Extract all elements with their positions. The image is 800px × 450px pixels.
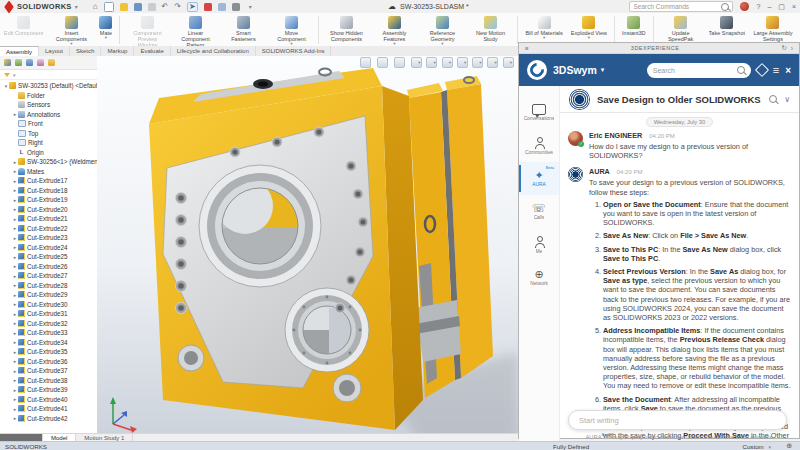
tree-item[interactable]: ▸Cut-Extrude17: [0, 176, 97, 186]
tree-item[interactable]: ▸Cut-Extrude24: [0, 243, 97, 253]
tab-evaluate[interactable]: Evaluate: [134, 46, 170, 56]
app-name[interactable]: 3DSwym: [553, 64, 597, 76]
brand-caret-icon[interactable]: ▾: [75, 3, 78, 10]
tree-item[interactable]: ▸Cut-Extrude29: [0, 290, 97, 300]
tree-item[interactable]: Right: [0, 138, 97, 148]
tree-item[interactable]: ▸Cut-Extrude21: [0, 214, 97, 224]
tree-item[interactable]: ▸Mates: [0, 167, 97, 177]
tree-item[interactable]: ▸Cut-Extrude32: [0, 319, 97, 329]
tree-item[interactable]: ▸Cut-Extrude18: [0, 186, 97, 196]
reference-geometry-button[interactable]: Reference Geometry▾: [419, 15, 465, 47]
show-hidden-components-button[interactable]: Show Hidden Components: [323, 15, 369, 43]
instant3d-button[interactable]: Instant3D: [619, 15, 649, 37]
tab-solidworks-add-ins[interactable]: SOLIDWORKS Add-Ins: [256, 46, 332, 56]
save-icon[interactable]: [134, 3, 142, 11]
tab-lifecycle-and-collaboration[interactable]: Lifecycle and Collaboration: [171, 46, 256, 56]
hide-show-items-icon[interactable]: ▾: [457, 57, 466, 68]
tab-assembly[interactable]: Assembly: [0, 46, 39, 56]
print-icon[interactable]: [148, 3, 156, 11]
apply-scene-icon[interactable]: ▾: [487, 57, 496, 68]
sidebar-item-aura[interactable]: ✦BetaAURA: [519, 162, 559, 195]
assembly-features-button[interactable]: Assembly Features▾: [371, 15, 417, 47]
tree-item[interactable]: ▸Cut-Extrude42: [0, 414, 97, 424]
tree-item[interactable]: LOrigin: [0, 148, 97, 158]
3ds-compass-logo[interactable]: [527, 60, 547, 80]
tree-item[interactable]: ▸Cut-Extrude26: [0, 262, 97, 272]
smart-fasteners-button[interactable]: Smart Fasteners: [220, 15, 266, 43]
conversation-header[interactable]: Save Design to Older SOLIDWORKS ∨: [560, 86, 799, 113]
sidebar-item-network[interactable]: ⊕Network: [519, 261, 559, 294]
tree-item[interactable]: ▸Cut-Extrude41: [0, 404, 97, 414]
tree-item[interactable]: ▸Cut-Extrude38: [0, 376, 97, 386]
file-properties-icon[interactable]: [218, 3, 226, 11]
minimize-button[interactable]: –: [767, 3, 771, 10]
tree-item[interactable]: ▸Cut-Extrude37: [0, 366, 97, 376]
tree-item[interactable]: ▸Cut-Extrude19: [0, 195, 97, 205]
section-view-icon[interactable]: ▾: [411, 57, 420, 68]
model-3d[interactable]: [97, 56, 518, 433]
tree-item[interactable]: ▸Cut-Extrude28: [0, 281, 97, 291]
configurationmanager-tab-icon[interactable]: [26, 59, 33, 66]
propertymanager-tab-icon[interactable]: [15, 59, 22, 66]
tree-item[interactable]: ▸Cut-Extrude30: [0, 300, 97, 310]
select-cursor-icon[interactable]: ➤: [187, 2, 198, 12]
undo-icon[interactable]: ↶: [162, 3, 169, 11]
tree-item[interactable]: ▸Cut-Extrude22: [0, 224, 97, 234]
tree-item[interactable]: ▸Cut-Extrude33: [0, 328, 97, 338]
options-gear-caret-icon[interactable]: ▾: [249, 3, 252, 10]
sidebar-item-me[interactable]: Me: [519, 228, 559, 261]
tree-item[interactable]: Front: [0, 119, 97, 129]
sidebar-item-calls[interactable]: ☏Calls: [519, 195, 559, 228]
chevron-down-icon[interactable]: ∨: [784, 95, 790, 104]
chat-input[interactable]: Start writing: [568, 410, 787, 430]
menu-icon[interactable]: ≡: [773, 65, 779, 75]
panel-refresh-icon[interactable]: ↻: [781, 44, 786, 52]
bill-of-materials-button[interactable]: Bill of Materials▾: [522, 15, 565, 41]
tree-item[interactable]: ▸Cut-Extrude25: [0, 252, 97, 262]
displaymanager-tab-icon[interactable]: [48, 59, 55, 66]
tag-icon[interactable]: [755, 63, 769, 77]
user-avatar[interactable]: [740, 2, 749, 11]
unit-system-dropdown[interactable]: Custom ▾: [742, 443, 774, 450]
tab-layout[interactable]: Layout: [39, 46, 70, 56]
exploded-view-button[interactable]: Exploded View▾: [568, 15, 610, 41]
options-gear-icon[interactable]: [232, 3, 240, 11]
close-button[interactable]: ×: [792, 3, 796, 10]
panel-close-button[interactable]: ×: [785, 65, 791, 76]
tree-item[interactable]: ▸SW-30256<1> (Weldment)<W: [0, 157, 97, 167]
app-caret-icon[interactable]: ▾: [601, 66, 605, 74]
redo-icon[interactable]: ↷: [174, 3, 181, 11]
sidebar-item-conversations[interactable]: Conversations: [519, 96, 559, 129]
tab-sketch[interactable]: Sketch: [70, 46, 101, 56]
tree-item[interactable]: Folder: [0, 91, 97, 101]
globe-icon[interactable]: ⊕: [786, 442, 792, 450]
view-orientation-icon[interactable]: ▾: [426, 57, 435, 68]
featuremanager-tab-icon[interactable]: [4, 59, 11, 66]
panel-search-input[interactable]: Search: [647, 63, 751, 78]
rebuild-icon[interactable]: [204, 3, 212, 11]
mate-button[interactable]: Mate▾: [96, 15, 115, 41]
tree-item[interactable]: ▸Cut-Extrude20: [0, 205, 97, 215]
zoom-area-icon[interactable]: [377, 57, 388, 68]
command-search[interactable]: Search Commands: [629, 1, 733, 12]
panel-popout-icon[interactable]: ›: [791, 45, 793, 52]
display-style-icon[interactable]: ▾: [442, 57, 451, 68]
graphics-area[interactable]: ▾▾▾▾▾▾▾: [97, 56, 518, 433]
move-component-button[interactable]: Move Component▾: [268, 15, 314, 47]
tree-item[interactable]: ▸Cut-Extrude40: [0, 395, 97, 405]
take-snapshot-button[interactable]: Take Snapshot: [706, 15, 748, 37]
dimxpertmanager-tab-icon[interactable]: [37, 59, 44, 66]
tree-item[interactable]: ▸Cut-Extrude34: [0, 338, 97, 348]
tree-item[interactable]: ▸Cut-Extrude23: [0, 233, 97, 243]
tree-item[interactable]: ▸Cut-Extrude36: [0, 357, 97, 367]
tree-item[interactable]: ▾SW-30253 (Default) <Default_Dis: [0, 81, 97, 91]
sidebar-item-communities[interactable]: Communities: [519, 129, 559, 162]
restore-button[interactable]: ▢: [778, 3, 785, 11]
tree-filter-row[interactable]: ▾: [0, 70, 97, 80]
open-document-icon[interactable]: [120, 3, 128, 11]
conversation-search-icon[interactable]: [769, 95, 777, 103]
view-settings-icon[interactable]: ▾: [503, 57, 512, 68]
help-icon[interactable]: ?: [756, 3, 760, 10]
panel-dock-icon[interactable]: ≡: [525, 45, 529, 52]
tree-item[interactable]: Sensors: [0, 100, 97, 110]
